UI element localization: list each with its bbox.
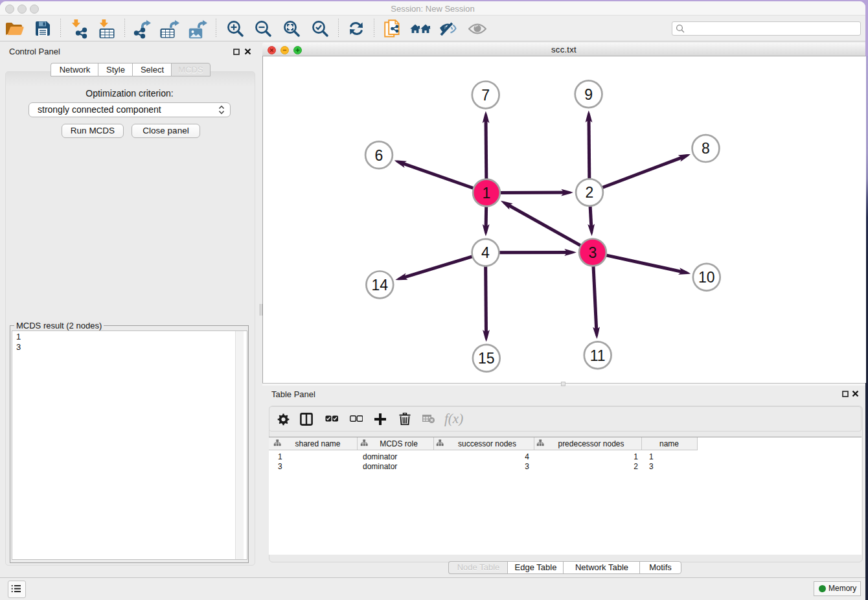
svg-text:3: 3 xyxy=(589,244,597,261)
svg-text:4: 4 xyxy=(481,244,490,261)
svg-text:8: 8 xyxy=(702,140,710,157)
svg-text:14: 14 xyxy=(372,277,389,294)
svg-text:2: 2 xyxy=(586,184,594,201)
svg-text:11: 11 xyxy=(590,347,606,364)
svg-text:6: 6 xyxy=(375,147,383,164)
svg-text:9: 9 xyxy=(584,86,593,103)
svg-text:15: 15 xyxy=(478,350,495,367)
svg-text:7: 7 xyxy=(481,87,490,104)
svg-text:10: 10 xyxy=(698,269,715,286)
svg-text:1: 1 xyxy=(483,185,491,202)
